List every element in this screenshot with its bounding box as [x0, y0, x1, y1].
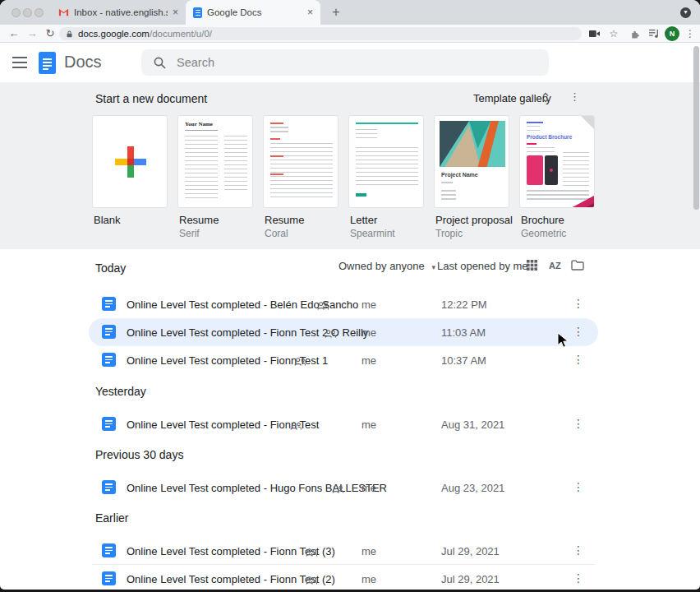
- template-card-brochure-geometric[interactable]: Product Brochure: [519, 115, 595, 208]
- row-more-icon[interactable]: ⋮: [570, 417, 587, 430]
- template-subtitle: Geometric: [521, 228, 566, 239]
- extensions-puzzle-icon[interactable]: [628, 27, 641, 40]
- caret-down-icon: ▾: [431, 263, 435, 271]
- address-bar[interactable]: docs.google.com/document/u/0/: [59, 27, 582, 40]
- doc-owner: me: [362, 298, 376, 311]
- doc-opened: Jul 29, 2021: [441, 573, 500, 585]
- template-name: Resume: [179, 214, 219, 226]
- tab-google-docs[interactable]: Google Docs ×: [186, 0, 320, 25]
- decor: [527, 126, 540, 132]
- template-card-blank[interactable]: [92, 115, 168, 208]
- decor: [270, 143, 333, 201]
- forward-button[interactable]: →: [25, 25, 39, 43]
- doc-title: Online Level Test completed - Fionn Test…: [127, 545, 335, 557]
- tab-close-icon[interactable]: ×: [307, 7, 313, 18]
- scrollbar-thumb[interactable]: [693, 46, 699, 210]
- browser-menu-icon[interactable]: ⋮: [684, 27, 697, 40]
- shared-people-icon: [306, 574, 318, 589]
- doc-icon: [102, 297, 116, 311]
- url-path: /document/u/0/: [150, 29, 212, 39]
- template-name: Blank: [94, 214, 121, 226]
- template-subtitle: Spearmint: [350, 228, 395, 239]
- doc-row-selected[interactable]: Online Level Test completed - Fionn Test…: [89, 318, 598, 346]
- doc-row[interactable]: Online Level Test completed - Hugo Fons …: [89, 474, 598, 502]
- doc-icon: [102, 353, 116, 367]
- browser-window: Inbox - native.english.spain@g × Google …: [0, 0, 700, 590]
- search-icon: [153, 56, 167, 70]
- template-card-letter-spearmint[interactable]: [348, 115, 424, 208]
- docs-header: Docs N: [0, 44, 700, 82]
- unfold-more-icon[interactable]: [541, 91, 550, 106]
- traffic-light-zoom-icon[interactable]: [35, 8, 44, 17]
- shared-people-icon: [317, 299, 329, 314]
- doc-row[interactable]: Online Level Test completed - Fionn Test…: [89, 410, 598, 438]
- row-more-icon[interactable]: ⋮: [570, 297, 587, 310]
- thumb-image: [440, 121, 505, 167]
- decor: [127, 165, 134, 178]
- shared-people-icon: [332, 483, 344, 497]
- shared-people-icon: [325, 327, 337, 342]
- doc-title: Online Level Test completed - Hugo Fons …: [127, 482, 387, 494]
- template-card-resume-serif[interactable]: Your Name: [177, 115, 253, 208]
- row-more-icon[interactable]: ⋮: [570, 325, 587, 338]
- traffic-light-close-icon[interactable]: [12, 8, 21, 17]
- decor: [550, 169, 553, 172]
- sort-az-icon[interactable]: AZ: [549, 261, 562, 274]
- doc-row[interactable]: Online Level Test completed - Fionn Test…: [89, 346, 598, 374]
- row-more-icon[interactable]: ⋮: [570, 353, 587, 366]
- owned-by-filter[interactable]: Owned by anyone ▾: [338, 260, 435, 272]
- template-gallery-button[interactable]: Template gallery: [473, 92, 551, 104]
- decor: [563, 152, 589, 187]
- doc-row[interactable]: Online Level Test completed - Fionn Test…: [89, 537, 598, 565]
- template-card-project-proposal-tropic[interactable]: Project Name: [434, 115, 509, 208]
- doc-owner: me: [362, 545, 376, 557]
- tab-overflow-icon[interactable]: ▾: [680, 7, 691, 18]
- tab-close-icon[interactable]: ×: [173, 7, 178, 18]
- grid-view-icon[interactable]: [526, 259, 539, 272]
- reload-button[interactable]: ↻: [43, 25, 58, 43]
- app-title[interactable]: Docs: [64, 53, 102, 72]
- open-file-picker-folder-icon[interactable]: [571, 259, 584, 272]
- row-more-icon[interactable]: ⋮: [570, 480, 587, 493]
- template-card-resume-coral[interactable]: [263, 115, 338, 208]
- row-more-icon[interactable]: ⋮: [570, 571, 587, 585]
- doc-opened: 12:22 PM: [441, 298, 487, 311]
- template-more-icon[interactable]: ⋮: [569, 90, 580, 103]
- doc-opened: Jul 29, 2021: [441, 545, 500, 557]
- decor: [270, 155, 283, 157]
- decor: [270, 127, 288, 134]
- doc-icon: [102, 571, 116, 585]
- mouse-cursor: [557, 332, 569, 352]
- docs-logo-icon[interactable]: [39, 52, 56, 74]
- doc-row[interactable]: Online Level Test completed - Fionn Test…: [89, 565, 598, 590]
- bookmark-star-icon[interactable]: ☆: [607, 27, 620, 40]
- decor: [441, 182, 453, 183]
- search-box[interactable]: [141, 49, 549, 76]
- decor: [185, 136, 218, 200]
- owned-by-filter-label: Owned by anyone: [338, 260, 425, 272]
- back-button[interactable]: ←: [7, 25, 21, 43]
- thumb-title: Project Name: [441, 172, 478, 178]
- decor: [356, 123, 418, 124]
- doc-row[interactable]: Online Level Test completed - Belén Edo …: [89, 290, 598, 318]
- sort-by-label[interactable]: Last opened by me: [437, 260, 528, 272]
- docs-favicon-icon: [193, 7, 202, 18]
- doc-icon: [102, 417, 116, 431]
- doc-opened: Aug 31, 2021: [441, 419, 504, 431]
- media-camera-icon[interactable]: [587, 27, 601, 40]
- decor: [581, 116, 595, 131]
- new-tab-button[interactable]: +: [327, 3, 345, 21]
- template-subtitle: Tropic: [435, 228, 463, 239]
- tab-gmail[interactable]: Inbox - native.english.spain@g ×: [51, 0, 186, 25]
- main-menu-icon[interactable]: [12, 57, 27, 68]
- decor: [270, 138, 280, 140]
- doc-owner: me: [362, 573, 376, 585]
- decor: [527, 122, 543, 123]
- browser-profile-avatar[interactable]: N: [665, 26, 679, 41]
- search-input[interactable]: [177, 56, 505, 69]
- traffic-light-minimize-icon[interactable]: [23, 8, 32, 17]
- decor: [127, 159, 134, 165]
- doc-icon: [102, 325, 116, 339]
- media-controls-icon[interactable]: [647, 27, 661, 40]
- row-more-icon[interactable]: ⋮: [570, 543, 587, 557]
